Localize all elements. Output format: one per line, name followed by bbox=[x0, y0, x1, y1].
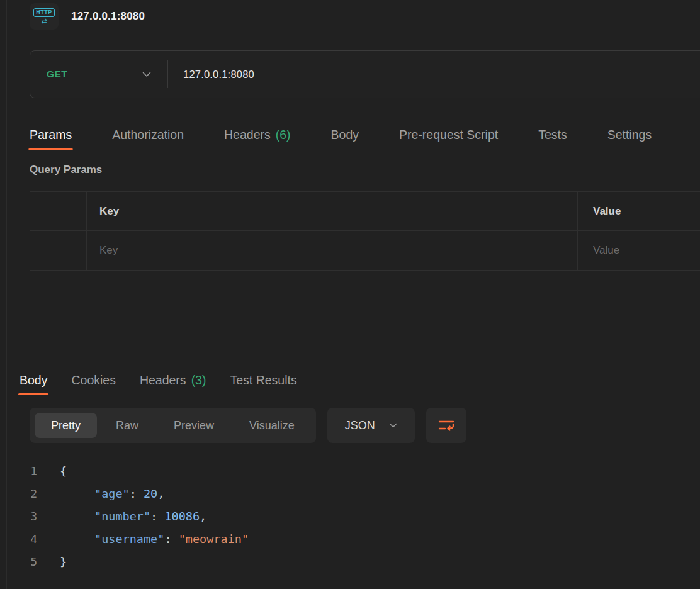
tab-label: Body bbox=[331, 128, 359, 142]
request-workspace: HTTP ⇄ 127.0.0.1:8080 GET Params Authori… bbox=[6, 0, 700, 589]
line-number: 2 bbox=[20, 487, 60, 500]
code-line: 1{ bbox=[20, 459, 700, 482]
tab-response-headers[interactable]: Headers (3) bbox=[140, 365, 206, 395]
chevron-down-icon bbox=[142, 72, 151, 77]
arrows-swap-icon: ⇄ bbox=[41, 18, 47, 25]
response-pane: Body Cookies Headers (3) Test Results Pr… bbox=[7, 352, 700, 573]
tab-label: Headers bbox=[140, 373, 186, 388]
table-row-key-cell bbox=[87, 231, 578, 270]
view-mode-visualize[interactable]: Visualize bbox=[233, 413, 311, 438]
response-tabs: Body Cookies Headers (3) Test Results bbox=[20, 365, 700, 395]
tab-label: Test Results bbox=[230, 373, 296, 388]
view-mode-pretty[interactable]: Pretty bbox=[35, 413, 97, 438]
line-number: 5 bbox=[20, 555, 60, 568]
tab-body[interactable]: Body bbox=[331, 120, 359, 150]
line-number: 3 bbox=[20, 510, 60, 523]
line-number: 1 bbox=[20, 464, 60, 478]
tab-headers[interactable]: Headers (6) bbox=[224, 120, 291, 150]
tab-response-body[interactable]: Body bbox=[20, 365, 47, 395]
tab-label: Headers bbox=[224, 128, 271, 142]
http-badge-label: HTTP bbox=[33, 8, 55, 16]
tab-label: Params bbox=[30, 128, 72, 142]
code-line: 4"username": "meowrain" bbox=[20, 527, 700, 550]
request-tabs: Params Authorization Headers (6) Body Pr… bbox=[30, 120, 700, 150]
request-pane: HTTP ⇄ 127.0.0.1:8080 GET Params Authori… bbox=[7, 0, 700, 352]
tab-label: Body bbox=[20, 373, 47, 388]
chevron-down-icon bbox=[389, 423, 397, 428]
tab-count-badge: (3) bbox=[191, 373, 206, 388]
code-lines: 1{2"age": 20,3"number": 10086,4"username… bbox=[20, 459, 700, 573]
tab-label: Cookies bbox=[71, 373, 115, 388]
param-key-input[interactable] bbox=[99, 244, 577, 257]
tab-tests[interactable]: Tests bbox=[538, 120, 567, 150]
response-toolbar: Pretty Raw Preview Visualize JSON bbox=[30, 408, 700, 443]
format-select[interactable]: JSON bbox=[327, 408, 415, 443]
url-input[interactable] bbox=[168, 51, 700, 98]
indent-guide bbox=[72, 477, 72, 569]
tab-label: Pre-request Script bbox=[399, 128, 498, 142]
http-request-icon: HTTP ⇄ bbox=[30, 3, 59, 30]
wrap-lines-icon bbox=[438, 419, 454, 432]
tab-response-cookies[interactable]: Cookies bbox=[71, 365, 115, 395]
table-row-select-cell bbox=[30, 231, 87, 270]
tab-count-badge: (6) bbox=[276, 128, 291, 142]
request-title: 127.0.0.1:8080 bbox=[71, 10, 145, 23]
tab-authorization[interactable]: Authorization bbox=[112, 120, 184, 150]
method-label: GET bbox=[47, 69, 67, 80]
format-label: JSON bbox=[345, 419, 375, 432]
tab-pre-request-script[interactable]: Pre-request Script bbox=[399, 120, 498, 150]
method-select[interactable]: GET bbox=[30, 51, 167, 98]
view-mode-raw[interactable]: Raw bbox=[99, 413, 155, 438]
tab-label: Tests bbox=[538, 128, 567, 142]
tab-label: Settings bbox=[607, 128, 652, 142]
line-number: 4 bbox=[20, 532, 60, 546]
tab-label: Authorization bbox=[112, 128, 184, 142]
request-header: HTTP ⇄ 127.0.0.1:8080 bbox=[7, 0, 700, 31]
wrap-lines-button[interactable] bbox=[426, 408, 466, 443]
view-mode-group: Pretty Raw Preview Visualize bbox=[30, 408, 316, 443]
table-select-column-header bbox=[30, 192, 87, 231]
url-bar: GET bbox=[30, 50, 700, 98]
tab-settings[interactable]: Settings bbox=[607, 120, 652, 150]
code-line: 5} bbox=[20, 550, 700, 573]
code-line: 2"age": 20, bbox=[20, 482, 700, 505]
view-mode-preview[interactable]: Preview bbox=[157, 413, 230, 438]
tab-params[interactable]: Params bbox=[30, 120, 72, 150]
table-key-column-header: Key bbox=[87, 192, 578, 231]
table-value-column-header: Value bbox=[578, 192, 700, 231]
query-params-heading: Query Params bbox=[30, 164, 700, 176]
code-line: 3"number": 10086, bbox=[20, 505, 700, 527]
tab-test-results[interactable]: Test Results bbox=[230, 365, 296, 395]
query-params-table: Key Value bbox=[30, 191, 700, 271]
table-row-value-cell bbox=[578, 231, 700, 270]
response-body-code: 1{2"age": 20,3"number": 10086,4"username… bbox=[7, 459, 700, 573]
param-value-input[interactable] bbox=[593, 244, 700, 257]
